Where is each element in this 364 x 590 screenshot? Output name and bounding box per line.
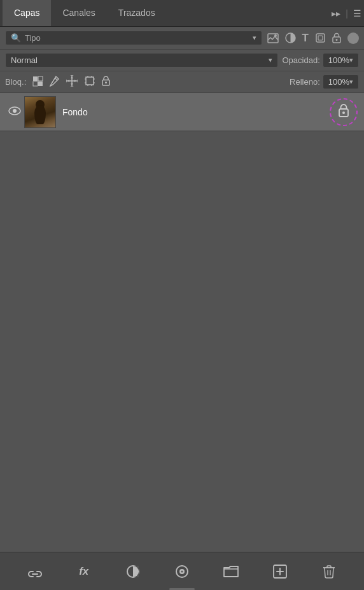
add-adjustment-layer-button[interactable] [122,560,144,583]
bottom-toolbar: fx [0,552,364,590]
create-new-fill-button[interactable] [171,560,193,583]
expand-panels-icon[interactable]: ▸▸ [332,8,340,18]
lock-bar-label: Bloq.: [5,77,26,87]
svg-point-28 [105,82,107,83]
fill-group: Relleno: 100% ▾ [290,75,359,89]
eye-icon [8,106,21,118]
blend-mode-arrow-icon: ▾ [269,56,272,64]
svg-rect-3 [316,34,325,42]
create-new-layer-button[interactable] [269,560,291,583]
layers-empty-area [0,131,364,475]
layers-area: Fondo [0,93,364,475]
svg-rect-9 [33,82,38,86]
lock-artboard-icon[interactable] [84,75,95,89]
layer-thumbnail [24,96,56,128]
svg-line-11 [55,78,57,80]
filter-text-icon[interactable]: T [302,32,309,45]
lock-move-icon[interactable] [66,75,78,89]
opacity-arrow-icon: ▾ [349,56,353,64]
svg-point-38 [181,570,183,572]
search-icon: 🔍 [11,33,21,43]
filter-adjustment-icon[interactable] [285,32,296,43]
lock-icons-group [32,75,110,89]
svg-rect-4 [318,36,323,40]
svg-point-30 [13,109,17,113]
layer-search-box[interactable]: 🔍 Tipo ▾ [5,31,262,45]
tab-canales-label: Canales [62,8,95,18]
svg-marker-16 [67,80,69,82]
lock-paint-icon[interactable] [50,75,60,89]
svg-point-1 [274,34,277,37]
layer-lock-badge [328,97,359,127]
tab-actions: ▸▸ | ☰ [332,8,361,18]
opacity-group: Opacidad: 100% ▾ [282,53,359,68]
tab-trazados-label: Trazados [118,8,155,18]
delete-layer-button[interactable] [318,560,340,583]
opacity-value-text: 100% [328,55,349,65]
svg-point-32 [342,112,345,114]
search-arrow-icon: ▾ [253,34,256,42]
svg-marker-17 [74,80,76,82]
tabs-bar: Capas Canales Trazados ▸▸ | ☰ [0,0,364,27]
filter-lock-icon[interactable] [332,32,341,43]
lock-all-icon[interactable] [102,76,110,88]
layer-thumb-image [25,97,55,127]
tab-capas-label: Capas [14,8,39,18]
lock-bar: Bloq.: [0,71,364,93]
layer-lock-icon [338,103,349,120]
add-layer-style-button[interactable]: fx [73,560,95,583]
blend-opacity-bar: Normal ▾ Opacidad: 100% ▾ [0,50,364,71]
fill-input[interactable]: 100% ▾ [323,75,359,89]
svg-point-6 [336,39,338,41]
tab-canales[interactable]: Canales [51,0,106,26]
svg-rect-7 [33,76,38,81]
layer-row[interactable]: Fondo [0,93,364,131]
layer-visibility-toggle[interactable] [5,106,24,118]
link-layers-button[interactable] [24,560,46,583]
tab-separator: | [346,8,348,18]
tab-capas[interactable]: Capas [3,0,51,26]
svg-marker-14 [71,76,73,78]
opacity-label: Opacidad: [282,55,319,65]
lock-circle-dashed [330,98,358,126]
svg-rect-18 [86,77,94,85]
create-group-button[interactable] [220,560,242,583]
blend-mode-select[interactable]: Normal ▾ [5,53,278,68]
fill-label: Relleno: [290,77,320,87]
panel-menu-icon[interactable]: ☰ [353,8,361,18]
filter-bar: 🔍 Tipo ▾ T [0,27,364,50]
search-label: Tipo [25,33,41,43]
fill-value-text: 100% [328,77,349,87]
lock-pixels-icon[interactable] [32,76,43,89]
filter-image-icon[interactable] [267,33,279,43]
svg-marker-15 [71,83,73,85]
filter-shape-icon[interactable] [315,32,326,43]
filter-circle-dot [347,32,359,44]
opacity-input[interactable]: 100% ▾ [323,53,359,68]
filter-icons-group: T [267,32,359,45]
layer-name: Fondo [62,107,328,117]
tab-trazados[interactable]: Trazados [107,0,167,26]
blend-mode-value: Normal [11,55,38,65]
svg-rect-8 [38,76,43,81]
fill-arrow-icon: ▾ [349,78,353,86]
svg-rect-10 [38,82,43,86]
